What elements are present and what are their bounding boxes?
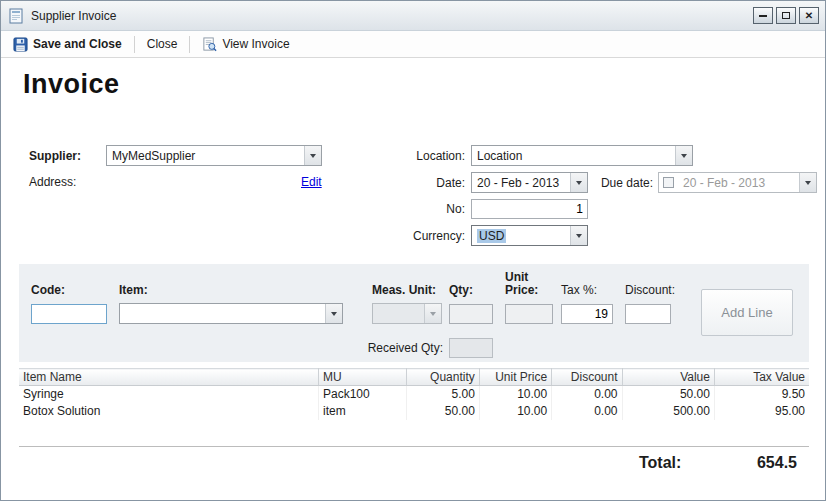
tax-input[interactable] <box>561 304 613 324</box>
code-label: Code: <box>31 283 65 297</box>
maximize-button[interactable] <box>776 7 796 24</box>
close-button[interactable]: ✕ <box>799 7 819 24</box>
table-row[interactable]: Botox Solution item 50.00 10.00 0.00 500… <box>19 403 809 420</box>
column-header-discount[interactable]: Discount <box>552 369 622 386</box>
due-date-label: Due date: <box>561 176 653 190</box>
unit-price-label: Unit Price: <box>505 271 538 297</box>
close-icon: ✕ <box>805 11 813 21</box>
supplier-combobox[interactable]: MyMedSupplier <box>106 145 322 166</box>
currency-combobox[interactable]: USD <box>471 225 588 246</box>
column-header-tax-value[interactable]: Tax Value <box>714 369 809 386</box>
discount-label: Discount: <box>625 283 675 297</box>
cell-tax-value: 9.50 <box>714 386 809 403</box>
cell-tax-value: 95.00 <box>714 403 809 420</box>
unit-price-input[interactable] <box>505 304 553 324</box>
window-title: Supplier Invoice <box>31 9 116 23</box>
location-dropdown-icon[interactable] <box>675 146 692 165</box>
column-header-mu[interactable]: MU <box>319 369 407 386</box>
meas-unit-dropdown-icon <box>424 304 441 323</box>
page-title: Invoice <box>23 69 120 100</box>
invoice-lines-table: Item Name MU Quantity Unit Price Discoun… <box>19 368 809 447</box>
view-invoice-label: View Invoice <box>222 37 289 51</box>
save-and-close-label: Save and Close <box>33 37 122 51</box>
item-label: Item: <box>119 283 148 297</box>
column-header-unit-price[interactable]: Unit Price <box>479 369 551 386</box>
tax-label: Tax %: <box>561 283 597 297</box>
toolbar-separator <box>189 36 190 53</box>
close-toolbar-label: Close <box>147 37 178 51</box>
cell-item-name: Botox Solution <box>19 403 319 420</box>
column-header-quantity[interactable]: Quantity <box>407 369 479 386</box>
supplier-dropdown-icon[interactable] <box>304 146 321 165</box>
due-date-checkbox[interactable] <box>663 177 674 188</box>
location-combobox[interactable]: Location <box>471 145 693 166</box>
qty-input[interactable] <box>449 304 493 324</box>
supplier-invoice-window: Supplier Invoice ✕ Save and Close Close <box>0 0 826 501</box>
location-value: Location <box>472 149 675 163</box>
code-input[interactable] <box>31 304 107 324</box>
cell-value: 500.00 <box>622 403 714 420</box>
currency-label: Currency: <box>381 229 465 243</box>
currency-dropdown-icon[interactable] <box>570 226 587 245</box>
table-row[interactable]: Syringe Pack100 5.00 10.00 0.00 50.00 9.… <box>19 386 809 403</box>
cell-discount: 0.00 <box>552 403 622 420</box>
supplier-value: MyMedSupplier <box>107 149 304 163</box>
address-label: Address: <box>29 175 76 189</box>
cell-discount: 0.00 <box>552 386 622 403</box>
total-label: Total: <box>639 454 681 472</box>
save-icon <box>13 37 28 52</box>
minimize-icon <box>759 15 767 17</box>
cell-item-name: Syringe <box>19 386 319 403</box>
cell-value: 50.00 <box>622 386 714 403</box>
column-header-value[interactable]: Value <box>622 369 714 386</box>
discount-input[interactable] <box>625 304 671 324</box>
cell-unit-price: 10.00 <box>479 386 551 403</box>
cell-unit-price: 10.00 <box>479 403 551 420</box>
cell-quantity: 5.00 <box>407 386 479 403</box>
column-header-item-name[interactable]: Item Name <box>19 369 319 386</box>
meas-unit-label: Meas. Unit: <box>372 283 436 297</box>
due-date-dropdown-icon <box>799 173 816 192</box>
received-qty-label: Received Qty: <box>353 341 443 355</box>
view-invoice-button[interactable]: View Invoice <box>198 35 293 54</box>
currency-value: USD <box>477 229 506 243</box>
received-qty-input <box>449 338 493 358</box>
item-dropdown-icon[interactable] <box>325 304 342 323</box>
table-header-row: Item Name MU Quantity Unit Price Discoun… <box>19 369 809 386</box>
cell-mu: item <box>319 403 407 420</box>
toolbar-separator <box>134 36 135 53</box>
meas-unit-combobox <box>372 303 442 324</box>
close-toolbar-button[interactable]: Close <box>143 35 182 53</box>
no-input[interactable] <box>471 199 588 219</box>
due-date-picker: 20 - Feb - 2013 <box>658 172 817 193</box>
cell-quantity: 50.00 <box>407 403 479 420</box>
minimize-button[interactable] <box>753 7 773 24</box>
date-value: 20 - Feb - 2013 <box>472 176 570 190</box>
supplier-label: Supplier: <box>29 149 81 163</box>
view-invoice-icon <box>202 37 217 52</box>
date-label: Date: <box>381 176 465 190</box>
add-line-button[interactable]: Add Line <box>701 289 793 336</box>
no-label: No: <box>381 202 465 216</box>
toolbar: Save and Close Close View Invoice <box>1 31 825 58</box>
qty-label: Qty: <box>449 283 473 297</box>
due-date-value: 20 - Feb - 2013 <box>678 176 799 190</box>
item-combobox[interactable] <box>119 303 343 324</box>
save-and-close-button[interactable]: Save and Close <box>9 35 126 54</box>
address-edit-link[interactable]: Edit <box>301 175 322 189</box>
location-label: Location: <box>381 149 465 163</box>
total-value: 654.5 <box>701 454 797 472</box>
cell-mu: Pack100 <box>319 386 407 403</box>
maximize-icon <box>782 12 790 19</box>
app-icon <box>9 8 25 24</box>
title-bar: Supplier Invoice ✕ <box>1 1 825 31</box>
